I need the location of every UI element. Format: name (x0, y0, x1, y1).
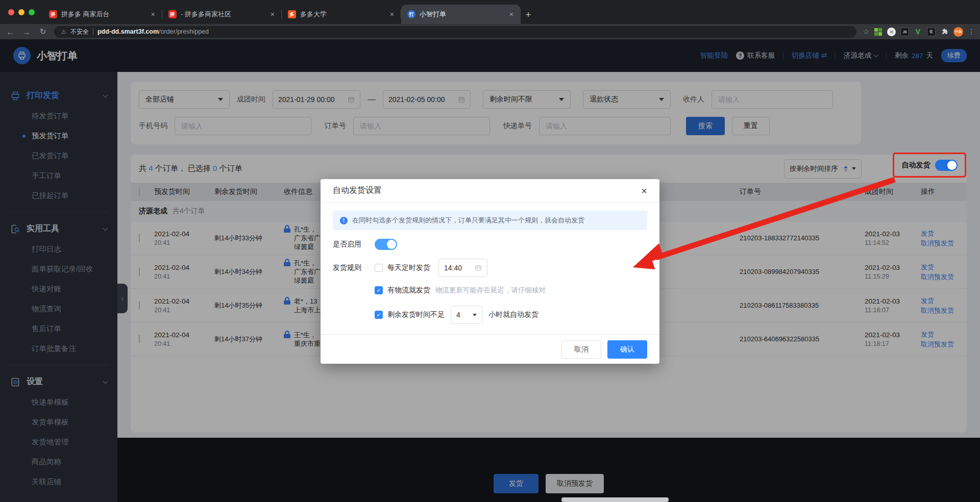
bookmark-star-icon[interactable]: ☆ (863, 28, 869, 36)
forward-icon[interactable]: → (21, 28, 32, 36)
browser-tab-pdd-admin[interactable]: 拼 拼多多 商家后台 × (43, 5, 162, 24)
tab-close-icon[interactable]: × (150, 10, 156, 18)
daily-time-rule-label: 每天定时发货 (387, 263, 430, 272)
browser-menu-icon[interactable]: ⋮ (968, 28, 975, 36)
auto-ship-settings-modal: 自动发货设置 × ! 在同时勾选多个发货规则的情况下，订单只要满足其中一个规则，… (321, 179, 659, 364)
remaining-rule-suffix: 小时就自动发货 (488, 310, 538, 319)
zoom-window-button[interactable] (29, 9, 35, 15)
info-icon: ! (340, 217, 348, 224)
modal-confirm-button[interactable]: 确认 (607, 340, 647, 359)
calendar-icon (475, 264, 482, 271)
duoduo-university-favicon: 多 (288, 10, 296, 18)
caret-down-icon (473, 314, 477, 316)
remaining-time-checkbox[interactable]: ✓ (375, 311, 383, 319)
window-controls (0, 0, 43, 24)
browser-tab-pdd-community[interactable]: 拼 - 拼多多商家社区 × (162, 5, 282, 24)
extension-v-icon[interactable]: V (914, 28, 922, 36)
back-icon[interactable]: ← (5, 28, 15, 36)
browser-actions: ☆ ⊞ JB V 促 祥鑫 ⋮ (863, 27, 975, 37)
extension-cu-icon[interactable]: 促 (927, 28, 936, 36)
close-window-button[interactable] (8, 9, 14, 15)
extension-jb-icon[interactable]: JB (900, 28, 909, 36)
tab-close-icon[interactable]: × (389, 10, 395, 18)
not-secure-label: 不安全 (70, 28, 89, 36)
browser-profile-avatar[interactable]: 祥鑫 (953, 27, 963, 37)
tab-title: 拼多多 商家后台 (61, 10, 146, 19)
auto-ship-label: 自动发货 (902, 161, 930, 170)
enable-label: 是否启用 (333, 240, 364, 249)
extension-circle-icon[interactable]: ⊞ (887, 28, 896, 36)
tab-title: - 拼多多商家社区 (181, 10, 265, 19)
address-bar[interactable]: ⚠ 不安全 pdd-dd.smart3f.com/order/preshippe… (54, 26, 856, 38)
extension-grid-icon[interactable] (874, 28, 883, 36)
tab-title: 多多大学 (300, 10, 385, 19)
tab-close-icon[interactable]: × (508, 10, 514, 18)
xiaozhi-favicon: 打 (407, 10, 415, 18)
auto-ship-toggle[interactable] (935, 160, 958, 171)
new-tab-button[interactable]: + (521, 7, 536, 22)
enable-toggle[interactable] (375, 239, 397, 250)
tab-title: 小智打单 (420, 10, 504, 19)
modal-notice: ! 在同时勾选多个发货规则的情况下，订单只要满足其中一个规则，就会自动发货 (333, 211, 647, 230)
rules-label: 发货规则 (333, 263, 364, 272)
browser-tab-bar: 拼 拼多多 商家后台 × 拼 - 拼多多商家社区 × 多 多多大学 × 打 小智… (0, 0, 980, 24)
modal-cancel-button[interactable]: 取消 (561, 340, 601, 359)
reload-icon[interactable]: ↻ (38, 27, 48, 36)
logistics-checkbox[interactable]: ✓ (375, 286, 383, 294)
not-secure-warning-icon: ⚠ (61, 29, 66, 35)
daily-time-checkbox[interactable] (375, 264, 383, 272)
browser-tab-xiaozhi-active[interactable]: 打 小智打单 × (401, 5, 521, 24)
close-icon[interactable]: × (641, 186, 647, 196)
page-url: pdd-dd.smart3f.com/order/preshipped (97, 28, 209, 35)
pinduoduo-favicon: 拼 (49, 10, 57, 18)
browser-tab-dduniversity[interactable]: 多 多多大学 × (282, 5, 401, 24)
logistics-rule-note: 物流更新可能存在延迟，请仔细核对 (435, 286, 546, 295)
daily-time-input[interactable]: 14:40 (438, 259, 487, 277)
remaining-hours-select[interactable]: 4 (451, 306, 482, 324)
pinduoduo-favicon: 拼 (168, 10, 177, 18)
omnibox-divider (93, 28, 93, 35)
modal-title: 自动发货设置 (333, 185, 382, 196)
minimize-window-button[interactable] (18, 9, 24, 15)
auto-ship-highlight-box: 自动发货 (893, 153, 966, 178)
remaining-rule-prefix: 剩余发货时间不足 (387, 310, 445, 319)
logistics-rule-label: 有物流就发货 (387, 286, 430, 295)
browser-toolbar: ← → ↻ ⚠ 不安全 pdd-dd.smart3f.com/order/pre… (0, 24, 980, 39)
dock-indicator (561, 497, 669, 502)
tab-close-icon[interactable]: × (270, 10, 276, 18)
puzzle-extensions-icon[interactable] (940, 28, 949, 36)
